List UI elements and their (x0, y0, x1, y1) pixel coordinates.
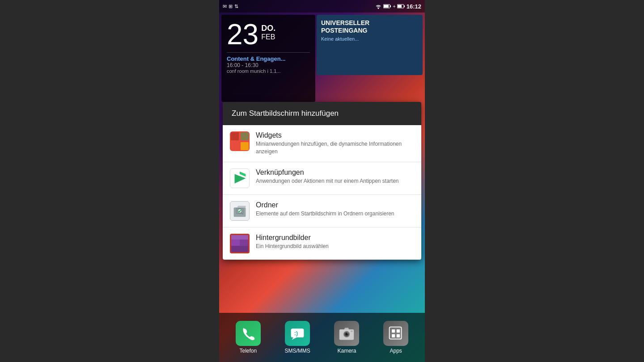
status-time: 16:12 (407, 3, 421, 10)
calendar-day-info: DO. FEB (261, 20, 275, 41)
svg-rect-2 (390, 5, 391, 7)
svg-rect-10 (233, 138, 235, 139)
svg-point-34 (347, 333, 348, 333)
svg-rect-11 (241, 142, 249, 150)
svg-rect-9 (233, 136, 237, 137)
dock-item-sms[interactable]: :) SMS/MMS (284, 321, 310, 354)
event-title: Content & Engagen... (227, 55, 310, 62)
svg-rect-40 (392, 334, 395, 337)
svg-rect-13 (231, 142, 239, 150)
email-status-icon: ✉ (223, 4, 227, 9)
inbox-subtitle: Keine aktuellen... (321, 36, 418, 42)
kamera-icon (334, 321, 359, 346)
svg-text::): :) (294, 330, 298, 337)
telefon-label: Telefon (239, 348, 257, 354)
svg-point-12 (244, 143, 246, 146)
kamera-label: Kamera (337, 348, 356, 354)
battery-plus-icon: + (393, 4, 395, 9)
hintergrund-desc: Ein Hintergrundbild auswählen (256, 243, 414, 250)
svg-rect-6 (398, 5, 402, 8)
svg-rect-8 (233, 134, 237, 135)
svg-rect-5 (404, 5, 405, 7)
wifi-icon (375, 4, 382, 9)
context-menu: Zum Startbildschirm hinzufügen (223, 102, 421, 260)
svg-rect-39 (397, 329, 400, 333)
ordner-desc: Elemente auf dem Startbildschirm in Ordn… (256, 210, 414, 218)
widgets-text: Widgets Minianwendungen hinzufügen, die … (256, 131, 414, 156)
shortcuts-desc: Anwendungen oder Aktionen mit nur einem … (256, 177, 414, 185)
shortcuts-icon (230, 168, 250, 188)
dock-item-kamera[interactable]: Kamera (334, 321, 359, 354)
shortcuts-title: Verknüpfungen (256, 168, 414, 177)
calendar-month: FEB (261, 33, 275, 41)
sms-label: SMS/MMS (284, 348, 310, 354)
dock-item-apps[interactable]: Apps (383, 321, 408, 354)
widgets-title: Widgets (256, 131, 414, 139)
inbox-title: UNIVERSELLERPOSTEINGANG (321, 19, 418, 34)
phone-frame: ✉ ⊞ ⇅ + 16:12 (219, 0, 425, 362)
svg-rect-35 (351, 331, 353, 332)
hintergrund-icon (230, 234, 250, 253)
menu-item-widgets[interactable]: Widgets Minianwendungen hinzufügen, die … (223, 125, 421, 162)
widgets-icon (230, 131, 250, 151)
svg-marker-16 (240, 171, 246, 176)
svg-rect-25 (231, 240, 240, 246)
svg-rect-14 (241, 132, 249, 140)
ordner-text: Ordner Elemente auf dem Startbildschirm … (256, 201, 414, 218)
menu-item-ordner[interactable]: Ordner Elemente auf dem Startbildschirm … (223, 195, 421, 227)
ordner-icon (230, 201, 250, 221)
usb-status-icon: ⇅ (234, 4, 238, 9)
menu-header: Zum Startbildschirm hinzufügen (223, 102, 421, 125)
battery2-icon (397, 4, 405, 9)
shortcuts-text: Verknüpfungen Anwendungen oder Aktionen … (256, 168, 414, 185)
svg-rect-38 (392, 329, 395, 333)
sms-icon: :) (285, 321, 310, 346)
widgets-desc: Minianwendungen hinzufügen, die dynamisc… (256, 140, 414, 156)
menu-header-text: Zum Startbildschirm hinzufügen (232, 109, 339, 118)
event-location: conf room munich i 1.1... (227, 68, 310, 74)
svg-rect-26 (240, 240, 248, 246)
inbox-widget[interactable]: UNIVERSELLERPOSTEINGANG Keine aktuellen.… (317, 15, 423, 75)
svg-rect-41 (397, 334, 400, 337)
apps-icon (383, 321, 408, 346)
bottom-dock: Telefon :) SMS/MMS (219, 313, 425, 362)
svg-point-0 (378, 8, 379, 9)
apps-label: Apps (390, 348, 402, 354)
ordner-title: Ordner (256, 201, 414, 209)
menu-items: Widgets Minianwendungen hinzufügen, die … (223, 125, 421, 260)
telefon-icon (236, 321, 261, 346)
calendar-weekday: DO. (261, 24, 275, 33)
menu-item-hintergrund[interactable]: Hintergrundbilder Ein Hintergrundbild au… (223, 227, 421, 260)
event-time: 16:00 - 16:30 (227, 62, 310, 68)
hintergrund-text: Hintergrundbilder Ein Hintergrundbild au… (256, 234, 414, 250)
status-bar-left: ✉ ⊞ ⇅ (223, 4, 373, 9)
status-bar: ✉ ⊞ ⇅ + 16:12 (219, 0, 425, 13)
dock-item-telefon[interactable]: Telefon (236, 321, 261, 354)
battery-icon (383, 4, 391, 9)
svg-rect-3 (384, 5, 389, 8)
calendar-date: 23 DO. FEB (227, 20, 310, 49)
status-icons-right: + 16:12 (375, 3, 421, 10)
calendar-widget[interactable]: 23 DO. FEB Content & Engagen... 16:00 - … (221, 15, 315, 102)
svg-rect-7 (231, 132, 239, 140)
calendar-event: Content & Engagen... 16:00 - 16:30 conf … (227, 52, 310, 74)
grid-status-icon: ⊞ (229, 4, 233, 9)
svg-rect-24 (231, 235, 248, 240)
hintergrund-title: Hintergrundbilder (256, 234, 414, 242)
calendar-day-number: 23 (227, 20, 258, 49)
top-widgets: 23 DO. FEB Content & Engagen... 16:00 - … (219, 13, 425, 102)
menu-item-shortcuts[interactable]: Verknüpfungen Anwendungen oder Aktionen … (223, 162, 421, 195)
svg-rect-27 (231, 246, 248, 252)
svg-point-33 (346, 333, 348, 335)
